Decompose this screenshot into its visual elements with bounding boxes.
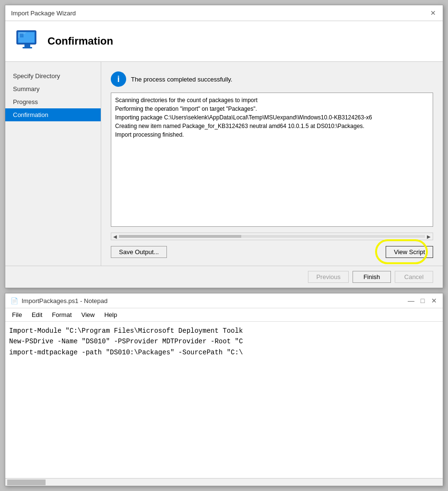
menu-item-file[interactable]: File [7,309,27,320]
notepad-titlebar: 📄 ImportPackages.ps1 - Notepad — □ ✕ [5,293,443,308]
scroll-right-arrow[interactable]: ▶ [427,234,431,239]
log-line-1: Scanning directories for the count of pa… [115,96,429,105]
notepad-title-left: 📄 ImportPackages.ps1 - Notepad [10,296,107,305]
title-bar-controls: ✕ [429,9,437,17]
scroll-track[interactable] [119,235,425,238]
notepad-title-label: ImportPackages.ps1 - Notepad [22,297,107,304]
svg-rect-5 [20,34,24,37]
close-button[interactable]: ✕ [429,9,437,17]
sidebar-item-confirmation[interactable]: Confirmation [5,108,101,121]
sidebar-item-specify-directory[interactable]: Specify Directory [5,70,101,82]
wizard-page-title: Confirmation [47,35,113,47]
wizard-content: i The process completed successfully. Sc… [101,62,443,266]
svg-rect-3 [23,47,32,48]
save-output-button[interactable]: Save Output... [111,246,167,258]
status-row: i The process completed successfully. [111,71,433,87]
computer-icon [15,29,40,54]
log-line-4: Creating new item named Package_for_KB31… [115,122,429,130]
info-icon: i [111,71,126,87]
log-line-5: Import processing finished. [115,130,429,139]
notepad-hscroll-track[interactable] [5,479,443,486]
notepad-minimize-button[interactable]: — [407,297,415,304]
notepad-maximize-button[interactable]: □ [419,297,426,304]
sidebar-item-summary[interactable]: Summary [5,82,101,95]
scroll-thumb [119,235,241,238]
menu-item-view[interactable]: View [77,309,100,320]
menu-item-format[interactable]: Format [47,309,76,320]
status-message: The process completed successfully. [131,76,232,83]
cancel-button[interactable]: Cancel [395,271,433,283]
log-line-3: Importing package C:\Users\seklenk\AppDa… [115,113,429,122]
notepad-content[interactable]: Import-Module "C:\Program Files\Microsof… [5,322,443,478]
notepad-line-3: import-mdtpackage -path "DS010:\Packages… [9,349,243,356]
wizard-window: Import Package Wizard ✕ Confirmation Spe… [5,5,443,288]
menu-item-help[interactable]: Help [99,309,122,320]
notepad-menubar: File Edit Format View Help [5,308,443,322]
view-script-button[interactable]: View Script [386,246,433,258]
wizard-body: Specify Directory Summary Progress Confi… [5,62,443,266]
wizard-titlebar: Import Package Wizard ✕ [5,5,443,21]
view-script-wrapper: View Script [386,246,433,258]
notepad-hscroll-thumb [7,479,46,485]
finish-button[interactable]: Finish [353,271,391,283]
horizontal-scrollbar[interactable]: ◀ ▶ [111,233,433,240]
log-line-2: Performing the operation "import" on tar… [115,105,429,113]
previous-button[interactable]: Previous [308,271,349,283]
log-area: Scanning directories for the count of pa… [111,93,433,227]
scroll-left-arrow[interactable]: ◀ [113,234,117,239]
sidebar-item-progress[interactable]: Progress [5,95,101,108]
notepad-close-button[interactable]: ✕ [430,297,438,304]
notepad-window: 📄 ImportPackages.ps1 - Notepad — □ ✕ Fil… [5,293,443,486]
notepad-controls: — □ ✕ [407,297,438,304]
wizard-title-label: Import Package Wizard [11,10,76,17]
button-row-output: Save Output... View Script [111,246,433,258]
wizard-header: Confirmation [5,21,443,62]
menu-item-edit[interactable]: Edit [27,309,47,320]
notepad-line-1: Import-Module "C:\Program Files\Microsof… [9,327,243,335]
wizard-sidebar: Specify Directory Summary Progress Confi… [5,62,101,266]
notepad-icon: 📄 [10,296,19,305]
svg-rect-2 [24,44,30,47]
notepad-line-2: New-PSDrive -Name "DS010" -PSProvider MD… [9,338,243,345]
wizard-footer: Previous Finish Cancel [5,266,443,288]
notepad-hscrollbar[interactable] [5,478,443,486]
